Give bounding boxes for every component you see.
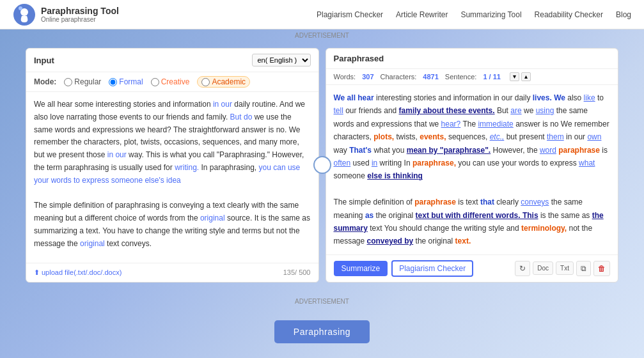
logo-title: Paraphrasing Tool <box>41 6 119 16</box>
mode-formal-radio[interactable] <box>109 78 117 86</box>
input-panel-title: Input <box>34 56 54 65</box>
mode-creative-radio[interactable] <box>151 78 159 86</box>
nav-blog[interactable]: Blog <box>616 10 631 19</box>
mode-regular[interactable]: Regular <box>64 77 101 86</box>
upload-label: upload file(.txt/.doc/.docx) <box>42 268 122 276</box>
sentence-value: 1 / 11 <box>483 73 501 81</box>
paraphrasing-button[interactable]: Paraphrasing <box>274 320 370 343</box>
mode-regular-radio[interactable] <box>64 78 72 86</box>
input-panel-body: We all hear some interesting stories and… <box>26 92 318 263</box>
mode-formal[interactable]: Formal <box>109 77 143 86</box>
refresh-button[interactable]: ↻ <box>515 261 530 276</box>
words-label: Words: <box>334 73 356 81</box>
input-panel: Input en( English ) Mode: Regular Formal… <box>26 48 319 283</box>
sentence-prev-btn[interactable]: ▾ <box>510 72 519 81</box>
paraphrased-panel-body: We all hear interesting stories and info… <box>326 85 618 254</box>
sentence-nav: ▾ ▴ <box>510 72 531 81</box>
language-select[interactable]: en( English ) <box>252 54 311 66</box>
main-content: Input en( English ) Mode: Regular Formal… <box>0 42 644 295</box>
summarize-button[interactable]: Summarize <box>334 261 388 276</box>
stats-bar: Words: 307 Characters: 4871 Sentence: 1 … <box>326 69 618 85</box>
sentence-next-btn[interactable]: ▴ <box>521 72 531 81</box>
download-doc-button[interactable]: Doc <box>533 261 553 275</box>
bottom-area: Paraphrasing <box>0 307 644 356</box>
logo-area: Paraphrasing Tool Online paraphraser <box>13 3 119 26</box>
words-value: 307 <box>362 73 373 81</box>
logo-sub: Online paraphraser <box>41 16 119 23</box>
logo-icon <box>13 3 36 26</box>
mode-academic[interactable]: Academic <box>197 76 250 88</box>
paraphrased-panel-title: Paraphrased <box>334 54 384 63</box>
svg-point-2 <box>19 6 22 10</box>
mode-bar: Mode: Regular Formal Creative Academic <box>26 72 318 92</box>
icon-buttons: ↻ Doc Txt ⧉ 🗑 <box>515 261 610 276</box>
ad-banner-top: ADVERTISEMENT <box>0 29 644 42</box>
char-count: 135/ 500 <box>283 268 311 276</box>
copy-button[interactable]: ⧉ <box>576 261 591 276</box>
nav-plagiarism-checker[interactable]: Plagiarism Checker <box>317 10 383 19</box>
circle-indicator <box>313 156 331 174</box>
mode-creative[interactable]: Creative <box>151 77 190 86</box>
paraphrased-panel: Paraphrased Words: 307 Characters: 4871 … <box>326 48 619 283</box>
action-buttons: Summarize Plagiarism Checker <box>334 260 474 277</box>
characters-label: Characters: <box>381 73 417 81</box>
header: Paraphrasing Tool Online paraphraser Pla… <box>0 0 644 29</box>
characters-value: 4871 <box>423 73 438 81</box>
mode-label: Mode: <box>34 77 56 86</box>
nav-readability-checker[interactable]: Readability Checker <box>535 10 603 19</box>
paraphrased-text: We all hear interesting stories and info… <box>334 91 611 248</box>
input-panel-header: Input en( English ) <box>26 49 318 72</box>
paraphrased-panel-header: Paraphrased <box>326 49 618 69</box>
nav-summarizing-tool[interactable]: Summarizing Tool <box>460 10 521 19</box>
nav-article-rewriter[interactable]: Article Rewriter <box>396 10 448 19</box>
input-text-display: We all hear some interesting stories and… <box>34 98 311 251</box>
ad-banner-bottom: ADVERTISEMENT <box>0 295 644 307</box>
panels-wrapper: Input en( English ) Mode: Regular Formal… <box>26 48 618 283</box>
sentence-label: Sentence: <box>445 73 477 81</box>
upload-file-link[interactable]: ⬆ upload file(.txt/.doc/.docx) <box>34 268 122 277</box>
download-txt-button[interactable]: Txt <box>556 261 574 275</box>
paraphrased-panel-footer: Summarize Plagiarism Checker ↻ Doc Txt ⧉… <box>326 254 618 282</box>
logo-text: Paraphrasing Tool Online paraphraser <box>41 6 119 23</box>
mode-academic-radio[interactable] <box>201 78 210 86</box>
delete-button[interactable]: 🗑 <box>593 261 610 276</box>
input-panel-footer: ⬆ upload file(.txt/.doc/.docx) 135/ 500 <box>26 263 318 282</box>
plagiarism-checker-button[interactable]: Plagiarism Checker <box>391 260 473 277</box>
upload-icon: ⬆ <box>34 268 40 277</box>
nav: Plagiarism Checker Article Rewriter Summ… <box>317 10 631 19</box>
